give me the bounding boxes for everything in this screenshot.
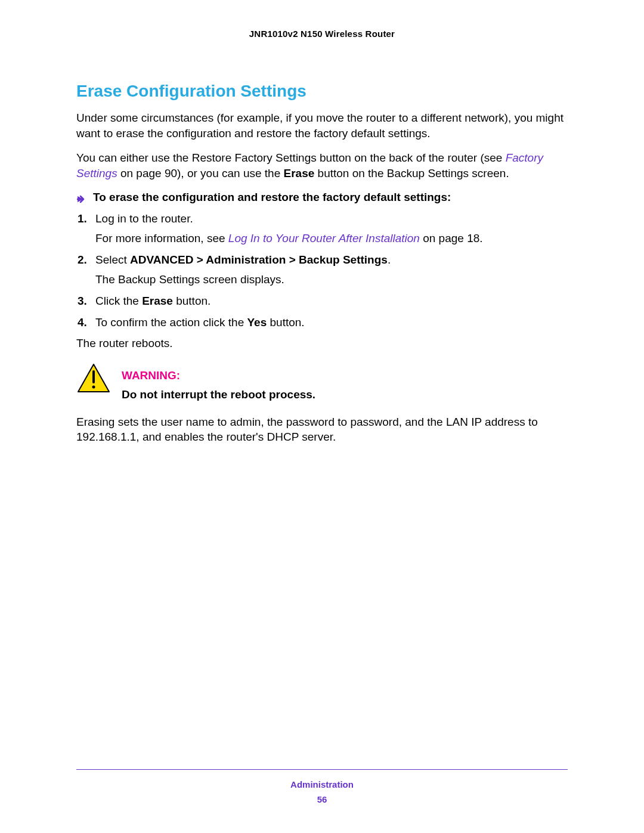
step-2-text-a: Select <box>95 253 130 266</box>
header-title: JNR1010v2 N150 Wireless Router <box>249 29 395 39</box>
conclusion-text: The router reboots. <box>76 336 568 351</box>
step-number: 1. <box>78 211 87 227</box>
warning-label: WARNING: <box>122 369 568 382</box>
step-4-bold: Yes <box>247 316 267 329</box>
step-2-bold: ADVANCED > Administration > Backup Setti… <box>130 253 388 266</box>
warning-box: WARNING: Do not interrupt the reboot pro… <box>76 363 568 402</box>
section-title: Erase Configuration Settings <box>76 82 568 101</box>
step-1-text: Log in to the router. <box>95 212 193 225</box>
intro-paragraph-2: You can either use the Restore Factory S… <box>76 150 568 181</box>
warning-body: Do not interrupt the reboot process. <box>122 387 568 402</box>
p2-text-c: button on the Backup Settings screen. <box>314 167 509 179</box>
intro-paragraph-1: Under some circumstances (for example, i… <box>76 110 568 141</box>
step-3-text-b: button. <box>173 295 210 307</box>
arrow-icon <box>76 193 86 206</box>
procedure-heading: To erase the configuration and restore t… <box>76 191 568 204</box>
login-link[interactable]: Log In to Your Router After Installation <box>228 232 420 244</box>
step-3: 3. Click the Erase button. <box>78 293 568 309</box>
step-3-bold: Erase <box>142 295 173 307</box>
step-2: 2. Select ADVANCED > Administration > Ba… <box>78 252 568 287</box>
step-number: 3. <box>78 293 87 309</box>
step-2-extra: The Backup Settings screen displays. <box>95 272 568 287</box>
step-1-extra: For more information, see Log In to Your… <box>95 231 568 246</box>
step-4-text-b: button. <box>267 316 304 329</box>
step-number: 2. <box>78 252 87 268</box>
svg-point-0 <box>92 386 95 389</box>
warning-icon <box>76 363 111 394</box>
page-header: JNR1010v2 N150 Wireless Router <box>76 29 568 39</box>
step-1-extra-a: For more information, see <box>95 232 228 244</box>
step-number: 4. <box>78 315 87 330</box>
step-1-extra-b: on page 18. <box>420 232 483 244</box>
paragraph-3: Erasing sets the user name to admin, the… <box>76 414 568 445</box>
p2-text-a: You can either use the Restore Factory S… <box>76 151 506 164</box>
footer-page-number: 56 <box>76 794 568 804</box>
step-3-text-a: Click the <box>95 295 142 307</box>
procedure-heading-text: To erase the configuration and restore t… <box>93 191 451 203</box>
page-footer: Administration 56 <box>76 769 568 804</box>
p2-erase-bold: Erase <box>284 167 315 179</box>
step-4-text-a: To confirm the action click the <box>95 316 247 329</box>
step-2-text-b: . <box>388 253 391 266</box>
step-1: 1. Log in to the router. For more inform… <box>78 211 568 246</box>
step-4: 4. To confirm the action click the Yes b… <box>78 315 568 330</box>
p2-text-b: on page 90), or you can use the <box>117 167 284 179</box>
footer-section-name: Administration <box>76 779 568 789</box>
